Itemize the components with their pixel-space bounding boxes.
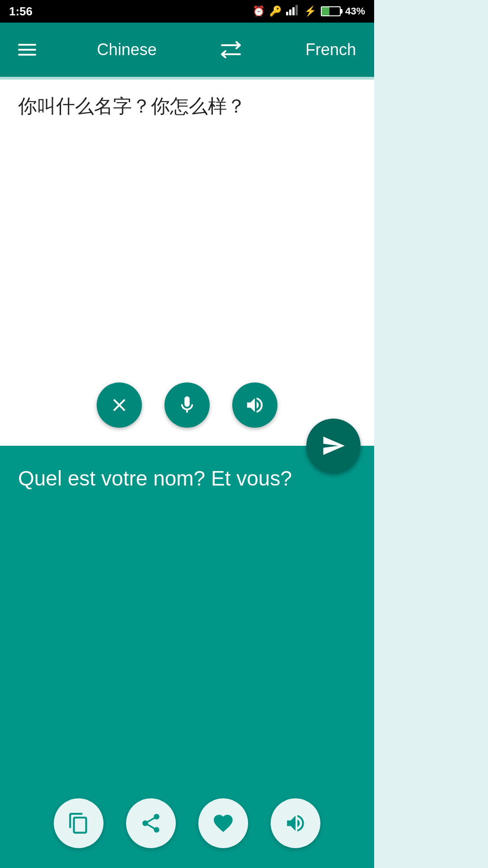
input-panel: 你叫什么名字？你怎么样？ bbox=[0, 80, 374, 446]
target-language[interactable]: French bbox=[305, 40, 356, 59]
signal-icon bbox=[286, 5, 300, 18]
copy-icon bbox=[67, 812, 90, 835]
input-actions bbox=[0, 382, 374, 428]
share-icon bbox=[140, 812, 162, 835]
heart-icon bbox=[212, 812, 235, 835]
svg-rect-1 bbox=[289, 9, 291, 15]
source-text[interactable]: 你叫什么名字？你怎么样？ bbox=[18, 93, 356, 120]
status-icons: ⏰ 🔑 ⚡ 43% bbox=[253, 5, 365, 18]
output-panel: Quel est votre nom? Et vous? bbox=[0, 446, 374, 868]
share-button[interactable] bbox=[126, 798, 176, 848]
clear-button[interactable] bbox=[97, 382, 142, 428]
translated-text: Quel est votre nom? Et vous? bbox=[18, 464, 356, 493]
swap-languages-button[interactable] bbox=[217, 38, 244, 61]
target-speak-button[interactable] bbox=[271, 798, 320, 848]
output-actions bbox=[0, 798, 374, 848]
status-time: 1:56 bbox=[9, 5, 33, 19]
battery-bar bbox=[321, 6, 341, 16]
menu-button[interactable] bbox=[18, 44, 36, 56]
source-language[interactable]: Chinese bbox=[97, 40, 157, 59]
volume-icon bbox=[284, 812, 307, 835]
svg-rect-0 bbox=[286, 12, 288, 15]
svg-rect-2 bbox=[292, 7, 295, 15]
charging-icon: ⚡ bbox=[304, 5, 316, 17]
toolbar: Chinese French bbox=[0, 23, 374, 77]
close-icon bbox=[109, 395, 130, 415]
source-speak-button[interactable] bbox=[232, 382, 277, 428]
sim-icon: 🔑 bbox=[269, 5, 282, 17]
status-bar: 1:56 ⏰ 🔑 ⚡ 43% bbox=[0, 0, 374, 23]
battery-percent: 43% bbox=[345, 5, 365, 17]
mic-button[interactable] bbox=[164, 382, 210, 428]
svg-rect-3 bbox=[296, 5, 298, 15]
volume-icon bbox=[244, 395, 265, 415]
alarm-icon: ⏰ bbox=[253, 5, 265, 17]
favorite-button[interactable] bbox=[198, 798, 248, 848]
copy-button[interactable] bbox=[54, 798, 103, 848]
translate-button[interactable] bbox=[306, 419, 361, 473]
send-icon bbox=[321, 434, 346, 458]
mic-icon bbox=[177, 395, 197, 415]
